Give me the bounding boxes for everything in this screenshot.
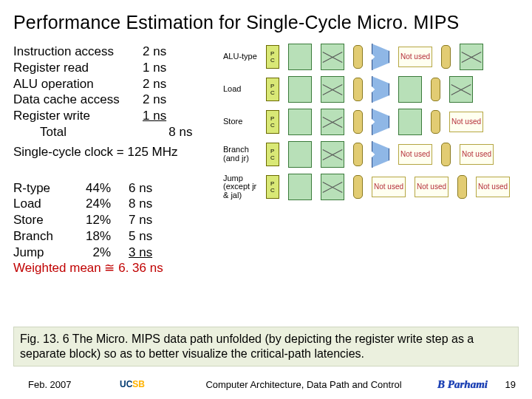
mux-block	[441, 143, 451, 166]
mux-block	[353, 175, 363, 199]
single-cycle-clock: Single-cycle clock = 125 MHz	[13, 145, 213, 160]
mux-block	[431, 110, 440, 134]
regfile-block	[321, 76, 344, 103]
alu-block	[372, 76, 389, 103]
mux-block	[441, 45, 451, 69]
regfile-block	[321, 174, 344, 200]
latency-name: ALU operation	[13, 76, 143, 92]
datapath-row: Branch (and jr)PCNot usedNot used	[223, 141, 519, 168]
mix-row: Jump2%3 ns	[13, 245, 213, 261]
latency-value: 1 ns	[143, 108, 187, 124]
datapath-diagram: ALU-typePCNot usedLoadPCStorePCNot usedB…	[223, 44, 519, 200]
mix-row: Branch18%5 ns	[13, 228, 213, 245]
latency-name: Register write	[13, 108, 143, 124]
not-used-block: Not used	[460, 144, 494, 165]
regfile-block	[321, 109, 344, 135]
datapath-row-label: Load	[223, 85, 263, 94]
latency-value: 1 ns	[143, 60, 187, 76]
mux-block	[353, 110, 363, 134]
latency-name: Register read	[13, 60, 143, 76]
datapath-row-label: Jump (except jr & jal)	[223, 174, 263, 200]
slide-footer: Feb. 2007 UCSB Computer Architecture, Da…	[0, 377, 532, 392]
pc-block: PC	[266, 78, 279, 101]
instruction-mix-table: R-type44%6 nsLoad24%8 nsStore12%7 nsBran…	[13, 180, 213, 261]
footer-title: Computer Architecture, Data Path and Con…	[155, 379, 437, 390]
latency-value: 2 ns	[143, 44, 187, 60]
mix-row: Load24%8 ns	[13, 196, 213, 212]
datapath-row: StorePCNot used	[223, 109, 519, 135]
latency-row: Register read1 ns	[13, 60, 213, 76]
slide-title: Performance Estimation for Single-Cycle …	[13, 12, 519, 33]
pc-block: PC	[266, 143, 279, 166]
datapath-row-label: Branch (and jr)	[223, 146, 263, 163]
datapath-row-label: Store	[223, 117, 263, 126]
mix-row: Store12%7 ns	[13, 212, 213, 228]
not-used-block: Not used	[415, 177, 449, 197]
alu-block	[372, 109, 389, 135]
alu-block	[372, 141, 389, 168]
not-used-block: Not used	[398, 144, 432, 165]
latency-row: Data cache access2 ns	[13, 92, 213, 108]
pc-block: PC	[266, 110, 279, 134]
pc-block: PC	[266, 45, 279, 69]
imem-block	[288, 44, 312, 70]
regwrite-block	[460, 44, 483, 70]
mux-block	[431, 78, 440, 101]
imem-block	[288, 76, 312, 103]
latency-name: Instruction access	[13, 44, 143, 60]
pc-block: PC	[266, 175, 279, 199]
not-used-block: Not used	[449, 112, 483, 132]
datapath-row: Jump (except jr & jal)PCNot usedNot used…	[223, 174, 519, 200]
latency-table: Instruction access2 nsRegister read1 nsA…	[13, 44, 213, 140]
footer-author: B Parhami	[437, 378, 488, 391]
mux-block	[457, 175, 467, 199]
alu-block	[372, 44, 389, 70]
imem-block	[288, 174, 312, 200]
imem-block	[288, 109, 312, 135]
latency-row: Instruction access2 ns	[13, 44, 213, 60]
datapath-row: LoadPC	[223, 76, 519, 103]
regfile-block	[321, 141, 344, 168]
footer-page-number: 19	[494, 379, 516, 390]
imem-block	[288, 141, 312, 168]
regfile-block	[321, 44, 344, 70]
mix-row: R-type44%6 ns	[13, 180, 213, 197]
latency-name: Data cache access	[13, 92, 143, 108]
latency-total-row: Total8 ns	[13, 124, 213, 140]
footer-date: Feb. 2007	[28, 379, 109, 390]
mux-block	[353, 143, 363, 166]
weighted-mean: Weighted mean ≅ 6. 36 ns	[13, 260, 213, 276]
regwrite-block	[449, 76, 473, 103]
dmem-block	[398, 109, 422, 135]
datapath-row: ALU-typePCNot used	[223, 44, 519, 70]
datapath-row-label: ALU-type	[223, 52, 263, 61]
latency-row: ALU operation2 ns	[13, 76, 213, 92]
latency-value: 2 ns	[143, 92, 187, 108]
not-used-block: Not used	[476, 177, 510, 197]
not-used-block: Not used	[398, 47, 432, 67]
mux-block	[353, 78, 363, 101]
figure-caption: Fig. 13. 6 The Micro. MIPS data path unf…	[13, 327, 519, 366]
ucsb-logo: UCSB	[109, 377, 155, 392]
latency-value: 2 ns	[143, 76, 187, 92]
latency-row: Register write1 ns	[13, 108, 213, 124]
mux-block	[353, 45, 363, 69]
not-used-block: Not used	[372, 177, 406, 197]
dmem-block	[398, 76, 422, 103]
